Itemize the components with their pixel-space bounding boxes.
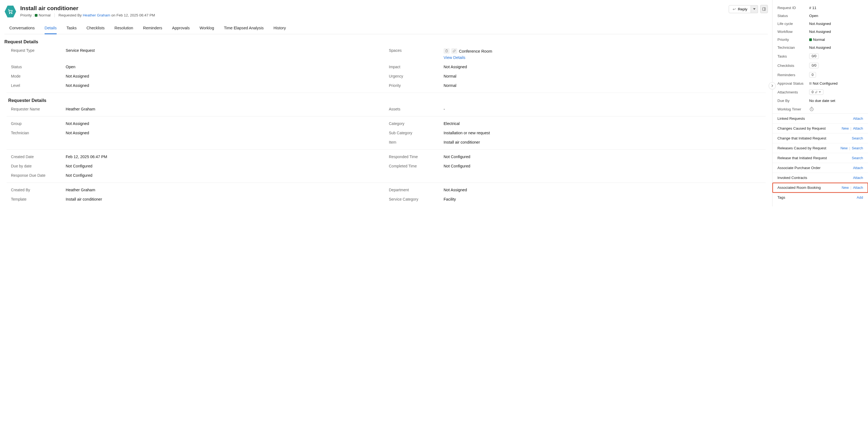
reply-split-button: Reply (729, 5, 758, 13)
timestamps-grid: Created Date Feb 12, 2025 06:47 PM Respo… (4, 154, 768, 177)
side-value-attachments[interactable]: 0 (809, 89, 824, 95)
sidebar-section-actions: New|Attach (842, 126, 863, 131)
svg-point-1 (11, 13, 12, 13)
tab-worklog[interactable]: Worklog (199, 23, 214, 34)
sidebar-section-actions: Attach (853, 116, 863, 120)
side-label-tasks: Tasks (777, 54, 809, 58)
side-label-status: Status (777, 14, 809, 18)
label-responded-time: Responded Time (389, 154, 438, 159)
sidebar-section-actions: Attach (853, 166, 863, 170)
value-urgency: Normal (443, 74, 761, 78)
priority-label: Priority : Normal (20, 13, 51, 17)
search-link[interactable]: Search (852, 146, 863, 150)
chevron-down-icon (819, 91, 821, 93)
toggle-sidebar-button[interactable] (760, 5, 768, 13)
tab-reminders[interactable]: Reminders (143, 23, 162, 34)
value-category: Electrical (443, 121, 761, 126)
tab-details[interactable]: Details (44, 23, 57, 34)
label-priority: Priority (389, 83, 438, 88)
side-label-request-id: Request ID (777, 6, 809, 10)
value-requester-name: Heather Graham (66, 107, 383, 111)
search-link[interactable]: Search (852, 156, 863, 160)
divider (6, 116, 766, 116)
side-value-worklog-timer[interactable] (809, 107, 814, 112)
tab-approvals[interactable]: Approvals (172, 23, 190, 34)
side-label-reminders: Reminders (777, 73, 809, 77)
side-value-checklists[interactable]: 0/0 (809, 63, 819, 68)
divider (6, 149, 766, 150)
label-request-type: Request Type (11, 48, 60, 60)
label-assets: Assets (389, 107, 438, 111)
assignment-grid: Group Not Assigned Category Electrical T… (4, 121, 768, 144)
value-due-by-date: Not Configured (66, 164, 383, 168)
label-created-date: Created Date (11, 154, 60, 159)
svg-rect-2 (763, 8, 766, 11)
sidebar-section-change-that-initiated-request: Change that Initiated RequestSearch (773, 134, 868, 143)
sidebar-section-title: Changes Caused by Request (777, 126, 826, 131)
add-link[interactable]: Add (857, 195, 863, 199)
value-spaces: Conference Room View Details (443, 48, 761, 60)
sidebar-section-associate-purchase-order: Associate Purchase OrderAttach (773, 163, 868, 173)
label-urgency: Urgency (389, 74, 438, 78)
value-status: Open (66, 65, 383, 69)
view-details-link[interactable]: View Details (443, 55, 761, 60)
attach-link[interactable]: Attach (853, 126, 863, 131)
label-status: Status (11, 65, 60, 69)
sidebar-section-actions: Search (852, 136, 863, 140)
tab-conversations[interactable]: Conversations (9, 23, 35, 34)
side-value-reminders[interactable]: 0 (809, 72, 816, 78)
meta-grid: Created By Heather Graham Department Not… (4, 188, 768, 201)
tab-checklists[interactable]: Checklists (87, 23, 104, 34)
tab-resolution[interactable]: Resolution (114, 23, 133, 34)
side-value-status: Open (809, 14, 818, 18)
label-template: Template (11, 197, 60, 201)
divider (6, 182, 766, 183)
label-group: Group (11, 121, 60, 126)
reply-caret[interactable] (751, 5, 758, 13)
new-link[interactable]: New (840, 146, 847, 150)
tab-time-elapsed-analysis[interactable]: Time Elapsed Analysis (224, 23, 264, 34)
label-requester-name: Requester Name (11, 107, 60, 111)
attach-link[interactable]: Attach (853, 176, 863, 180)
value-priority: Normal (443, 83, 761, 88)
section-title-request-details: Request Details (4, 39, 768, 45)
cart-icon (7, 9, 13, 14)
side-label-attachments: Attachments (777, 90, 809, 94)
svg-rect-3 (446, 50, 447, 52)
value-sub-category: Installation or new request (443, 131, 761, 135)
attach-link[interactable]: Attach (853, 166, 863, 170)
reply-button[interactable]: Reply (729, 5, 751, 13)
sidebar-section-title: Linked Requests (777, 116, 805, 120)
side-label-checklists: Checklists (777, 63, 809, 68)
sidebar-related-sections: Linked RequestsAttachChanges Caused by R… (773, 113, 868, 202)
svg-point-0 (9, 13, 10, 13)
requester-link[interactable]: Heather Graham (83, 13, 110, 17)
new-link[interactable]: New (842, 126, 849, 131)
sidebar-section-releases-caused-by-request: Releases Caused by RequestNew|Search (773, 143, 868, 153)
value-created-date: Feb 12, 2025 06:47 PM (66, 154, 383, 159)
main-panel: Install air conditioner Priority : Norma… (0, 0, 772, 206)
value-impact: Not Assigned (443, 65, 761, 69)
tab-tasks[interactable]: Tasks (66, 23, 76, 34)
side-label-workflow: Workflow (777, 30, 809, 34)
side-label-life-cycle: Life cycle (777, 22, 809, 26)
attach-link[interactable]: Attach (853, 186, 863, 190)
sidebar-section-title: Release that Initiated Request (777, 156, 827, 160)
new-link[interactable]: New (842, 186, 849, 190)
collapse-sidebar-button[interactable] (769, 82, 776, 89)
label-completed-time: Completed Time (389, 164, 438, 168)
attach-link[interactable]: Attach (853, 116, 863, 120)
value-created-by: Heather Graham (66, 188, 383, 192)
value-response-due-date: Not Configured (66, 173, 383, 177)
tab-history[interactable]: History (274, 23, 286, 34)
page-title: Install air conditioner (20, 5, 725, 11)
value-request-type: Service Request (66, 48, 383, 60)
value-item: Install air conditioner (443, 140, 761, 144)
search-link[interactable]: Search (852, 136, 863, 140)
side-value-tasks[interactable]: 0/0 (809, 53, 819, 59)
label-response-due-date: Response Due Date (11, 173, 60, 177)
request-details-grid: Request Type Service Request Spaces Conf… (4, 48, 768, 88)
label-department: Department (389, 188, 438, 192)
request-header: Install air conditioner Priority : Norma… (4, 5, 768, 18)
tabs-bar: ConversationsDetailsTasksChecklistsResol… (4, 23, 768, 34)
